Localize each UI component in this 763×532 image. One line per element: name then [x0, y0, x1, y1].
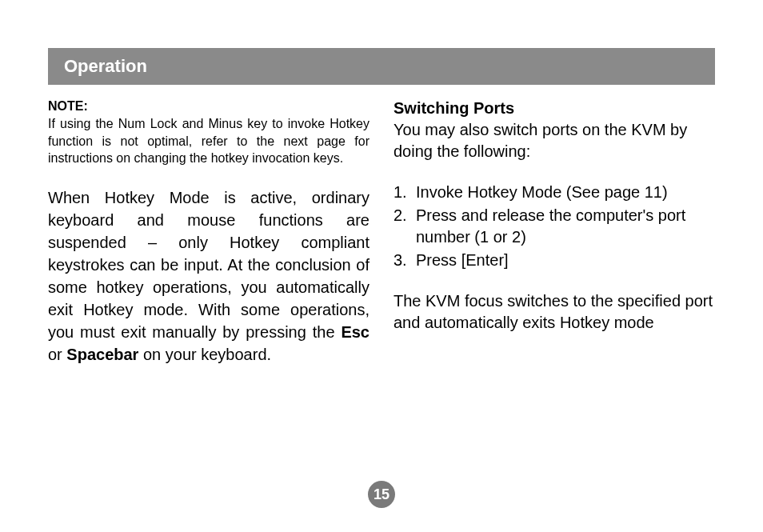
section-header: Operation [48, 48, 715, 85]
step-item: 2. Press and release the computer's port… [393, 205, 715, 248]
note-heading: NOTE: [48, 99, 370, 114]
left-column: NOTE: If using the Num Lock and Minus ke… [48, 99, 370, 366]
page-number-badge: 15 [368, 481, 395, 508]
section-title: Operation [64, 56, 147, 76]
body-post: on your keyboard. [138, 346, 271, 363]
switching-ports-heading: Switching Ports [393, 99, 715, 118]
switching-ports-outro: The KVM focus switches to the specified … [393, 290, 715, 334]
body-paragraph: When Hotkey Mode is active, ordinary key… [48, 186, 370, 366]
step-item: 3. Press [Enter] [393, 250, 715, 271]
steps-list: 1. Invoke Hotkey Mode (See page 11) 2. P… [393, 182, 715, 271]
body-pre: When Hotkey Mode is active, ordinary key… [48, 189, 370, 341]
content-area: NOTE: If using the Num Lock and Minus ke… [48, 99, 715, 366]
step-text: Press [Enter] [416, 250, 509, 271]
switching-ports-intro: You may also switch ports on the KVM by … [393, 119, 715, 162]
step-text: Invoke Hotkey Mode (See page 11) [416, 182, 668, 203]
step-number: 1. [393, 182, 416, 203]
page-number: 15 [374, 486, 389, 503]
step-number: 2. [393, 205, 416, 248]
body-or: or [48, 346, 66, 363]
note-text: If using the Num Lock and Minus key to i… [48, 115, 370, 167]
step-text: Press and release the computer's port nu… [416, 205, 715, 248]
spacebar-key: Spacebar [66, 346, 138, 363]
step-number: 3. [393, 250, 416, 271]
right-column: Switching Ports You may also switch port… [393, 99, 715, 366]
step-item: 1. Invoke Hotkey Mode (See page 11) [393, 182, 715, 203]
esc-key: Esc [341, 323, 370, 341]
